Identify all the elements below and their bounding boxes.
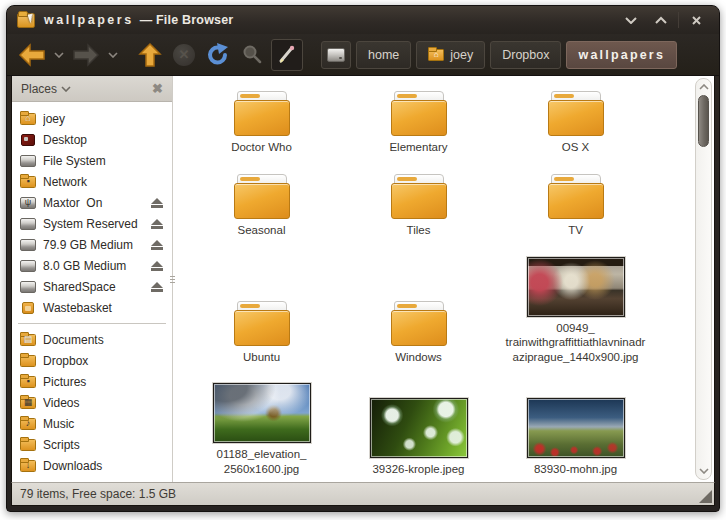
sidebar-item-joey[interactable]: ⌂ joey (12, 108, 172, 129)
close-sidebar-button[interactable]: ✖ (152, 82, 163, 95)
edit-button[interactable] (271, 39, 303, 71)
forward-history-dropdown[interactable] (105, 39, 121, 71)
sidebar-separator (18, 323, 166, 324)
file-item-ubuntu[interactable]: Ubuntu (187, 301, 337, 364)
statusbar: 79 items, Free space: 1.5 GB (11, 482, 715, 506)
downloads-folder-icon: ↓ (20, 458, 36, 474)
desktop-icon (20, 132, 36, 148)
maximize-window-button[interactable] (646, 10, 676, 30)
path-button-dropbox[interactable]: Dropbox (490, 41, 561, 69)
reload-button[interactable] (203, 39, 233, 71)
path-button-home[interactable]: home (356, 41, 411, 69)
file-item-train-wallpaper[interactable]: 00949_ trainwithgraffittiathlavninadr az… (501, 257, 651, 364)
sidebar-item-maxtor-on[interactable]: ψ Maxtor On (12, 192, 172, 213)
sidebar-item-8gb-medium[interactable]: 8.0 GB Medium (12, 255, 172, 276)
file-view: Doctor Who Elementary OS X Seasonal Tile… (173, 76, 695, 482)
window-frame-bottom (7, 506, 719, 511)
sidebar-item-79gb-medium[interactable]: 79.9 GB Medium (12, 234, 172, 255)
filesystem-path-button[interactable] (321, 41, 351, 69)
vertical-scrollbar[interactable] (695, 78, 712, 480)
sidebar-item-wastebasket[interactable]: Wastebasket (12, 297, 172, 318)
sidebar-item-system-reserved[interactable]: System Reserved (12, 213, 172, 234)
drive-icon (20, 216, 36, 232)
sidebar-item-desktop[interactable]: Desktop (12, 129, 172, 150)
folder-icon (20, 353, 36, 369)
chevron-up-icon (655, 16, 667, 24)
chevron-down-icon (108, 52, 118, 58)
sidebar-item-network[interactable]: ▪ Network (12, 171, 172, 192)
file-item-elevation-wallpaper[interactable]: 01188_elevation_ 2560x1600.jpg (187, 383, 337, 476)
up-button[interactable] (135, 39, 165, 71)
places-list: ⌂ joey Desktop File System ▪ Network ψ (12, 102, 172, 482)
sidebar-item-documents[interactable]: ▤ Documents (12, 329, 172, 350)
file-item-tv[interactable]: TV (501, 174, 651, 237)
path-bar: home ⌂ joey Dropbox wallpapers (321, 41, 677, 69)
back-button[interactable] (17, 39, 47, 71)
image-thumbnail-landscape (213, 383, 311, 443)
documents-folder-icon: ▤ (20, 332, 36, 348)
file-item-doctor-who[interactable]: Doctor Who (187, 91, 337, 154)
forward-arrow-icon (72, 43, 100, 67)
sidebar-item-scripts[interactable]: Scripts (12, 434, 172, 455)
status-text: 79 items, Free space: 1.5 GB (20, 487, 176, 501)
pane-splitter-handle[interactable] (169, 270, 176, 288)
places-header-label: Places (21, 82, 57, 96)
sidebar-item-videos[interactable]: ▦ Videos (12, 392, 172, 413)
window-resize-grip[interactable] (699, 490, 712, 503)
titlebar[interactable]: wallpapers — File Browser (7, 6, 719, 34)
file-item-tiles[interactable]: Tiles (344, 174, 494, 237)
file-item-mohn-wallpaper[interactable]: 83930-mohn.jpg (501, 398, 651, 476)
content-area: Places ✖ ⌂ joey Desktop File System (11, 76, 715, 482)
drive-icon (20, 279, 36, 295)
eject-button[interactable] (149, 238, 164, 251)
folder-icon (391, 91, 447, 136)
sidebar-places: Places ✖ ⌂ joey Desktop File System (12, 76, 173, 482)
folder-icon (548, 174, 604, 219)
sidebar-item-downloads[interactable]: ↓ Downloads (12, 455, 172, 476)
image-thumbnail-droplets (370, 398, 468, 458)
pictures-folder-icon: ▪ (20, 374, 36, 390)
file-manager-icon (17, 13, 35, 28)
scroll-up-button[interactable] (699, 81, 709, 93)
back-arrow-icon (18, 43, 46, 67)
drive-icon (327, 48, 345, 62)
chevron-down-icon (699, 468, 709, 474)
sidebar-item-dropbox[interactable]: Dropbox (12, 350, 172, 371)
chevron-up-icon (699, 84, 709, 90)
search-button[interactable] (237, 39, 267, 71)
folder-icon (234, 91, 290, 136)
icon-grid: Doctor Who Elementary OS X Seasonal Tile… (173, 76, 695, 482)
scrollbar-thumb[interactable] (698, 95, 709, 147)
shade-window-button[interactable] (616, 10, 646, 30)
folder-icon (391, 301, 447, 346)
file-item-os-x[interactable]: OS X (501, 91, 651, 154)
music-folder-icon: ♪ (20, 416, 36, 432)
path-button-joey[interactable]: ⌂ joey (416, 41, 485, 69)
sidebar-item-file-system[interactable]: File System (12, 150, 172, 171)
eject-button[interactable] (149, 280, 164, 293)
chevron-down-icon (61, 86, 71, 92)
file-item-seasonal[interactable]: Seasonal (187, 174, 337, 237)
back-history-dropdown[interactable] (51, 39, 67, 71)
file-item-krople-wallpaper[interactable]: 39326-krople.jpeg (344, 398, 494, 476)
forward-button[interactable] (71, 39, 101, 71)
eject-button[interactable] (149, 196, 164, 209)
usb-drive-icon: ψ (20, 195, 36, 211)
file-item-elementary[interactable]: Elementary (344, 91, 494, 154)
network-folder-icon: ▪ (20, 174, 36, 190)
scroll-down-button[interactable] (699, 465, 709, 477)
sidebar-item-pictures[interactable]: ▪ Pictures (12, 371, 172, 392)
scrollbar-track[interactable] (698, 93, 709, 465)
eject-button[interactable] (149, 217, 164, 230)
toolbar: ✕ home ⌂ joey Dropbox wallpapers (7, 34, 719, 76)
drive-icon (20, 237, 36, 253)
sidebar-item-sharedspace[interactable]: SharedSpace (12, 276, 172, 297)
home-folder-icon: ⌂ (20, 111, 36, 127)
file-item-windows[interactable]: Windows (344, 301, 494, 364)
stop-button[interactable]: ✕ (169, 39, 199, 71)
path-button-wallpapers-current[interactable]: wallpapers (566, 41, 677, 69)
places-header[interactable]: Places ✖ (12, 76, 172, 102)
eject-button[interactable] (149, 259, 164, 272)
sidebar-item-music[interactable]: ♪ Music (12, 413, 172, 434)
close-window-button[interactable] (681, 10, 711, 30)
